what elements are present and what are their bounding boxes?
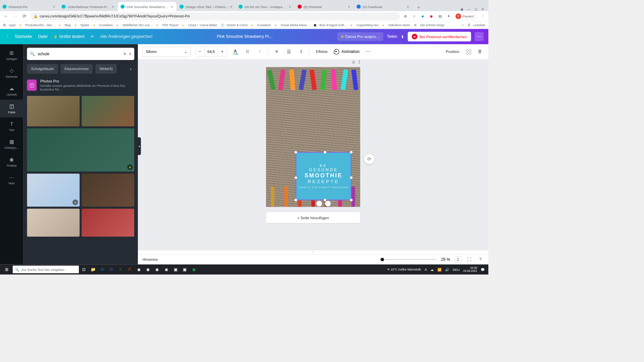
- back-home-button[interactable]: 〈: [5, 34, 9, 39]
- zoom-icon[interactable]: ⊕: [403, 14, 408, 19]
- tab-1[interactable]: Ockerfarbener Pinterest-Pin Re…×: [59, 2, 117, 11]
- trial-button[interactable]: ♛ Canva Pro auspro…: [337, 32, 383, 41]
- menu-icon[interactable]: ⋮: [480, 14, 485, 19]
- close-window-icon[interactable]: ✕: [481, 7, 484, 11]
- increase-size-button[interactable]: +: [218, 47, 227, 57]
- photo-result[interactable]: [82, 209, 134, 237]
- mail-icon[interactable]: ✉: [98, 265, 106, 274]
- word-icon[interactable]: W: [107, 265, 115, 274]
- hints-button[interactable]: Hinweise: [143, 257, 158, 261]
- close-icon[interactable]: ×: [288, 5, 292, 9]
- download-button[interactable]: ⬇: [401, 34, 404, 39]
- add-page-button[interactable]: + Seite hinzufügen: [266, 212, 360, 223]
- search-box[interactable]: 🔍 ✕ ≡: [27, 48, 134, 60]
- bookmark-item[interactable]: ▸Produktsuche - Mer…: [20, 23, 55, 27]
- puzzle-icon[interactable]: ✦: [446, 14, 451, 19]
- photo-result[interactable]: [82, 96, 134, 126]
- page-options-icon[interactable]: ⤴: [358, 60, 360, 65]
- excel-icon[interactable]: X: [116, 265, 124, 274]
- bookmark-item[interactable]: B100 schöne Dinge: [414, 23, 444, 27]
- taskbar-search[interactable]: 🔍Zur Suche Text hier eingeben: [13, 265, 79, 273]
- url-input[interactable]: 🔒 canva.com/design/DAEhcC7Bpww/xvINkBRxT…: [31, 12, 400, 20]
- rotate-handle[interactable]: ⟳: [316, 200, 322, 206]
- font-size-input[interactable]: [204, 47, 218, 57]
- font-select[interactable]: Sifonn⌄: [143, 47, 191, 57]
- task-view-button[interactable]: ⊡: [80, 265, 88, 274]
- undo-button[interactable]: ↶: [91, 34, 94, 39]
- bookmark-item[interactable]: ▸Kursideen: [94, 23, 113, 27]
- close-icon[interactable]: ×: [229, 5, 233, 9]
- text-color-button[interactable]: A: [231, 48, 239, 56]
- clear-icon[interactable]: ✕: [123, 52, 126, 56]
- rail-more[interactable]: ⋯Mehr: [0, 171, 23, 188]
- document-title[interactable]: Pink Smoothie Strawberry Pi…: [217, 34, 273, 39]
- weather-widget[interactable]: ☀ 10°C Gelbe Warnstufe: [387, 267, 421, 271]
- filter-icon[interactable]: ≡: [129, 52, 131, 56]
- clock[interactable]: 10:3015.06.2021: [463, 266, 477, 273]
- tab-5[interactable]: (8) Pinterest×: [295, 2, 354, 11]
- ext-icon-1[interactable]: ◈: [420, 14, 425, 19]
- language-indicator[interactable]: DEU: [452, 267, 460, 271]
- start-button[interactable]: ⊞: [2, 265, 12, 273]
- reading-list[interactable]: ☰Leseliste: [468, 23, 485, 27]
- spotify-icon[interactable]: ◉: [190, 265, 198, 274]
- star-icon[interactable]: ☆: [412, 14, 417, 19]
- design-page[interactable]: BE GESUNDE SMOOTHIE REZEPTE SCHRITT FÜR …: [266, 67, 360, 207]
- tab-6[interactable]: (4) Facebook×: [354, 2, 413, 11]
- file-menu[interactable]: Datei: [38, 34, 47, 39]
- more-options[interactable]: ⋯: [364, 48, 372, 56]
- delete-button[interactable]: 🗑: [476, 48, 484, 56]
- rail-background[interactable]: ▦Hintergru…: [0, 135, 23, 153]
- rail-photos[interactable]: ◫Fotos: [0, 100, 23, 117]
- search-input[interactable]: [38, 52, 120, 56]
- app-icon[interactable]: ▣: [171, 265, 179, 274]
- italic-button[interactable]: I: [256, 48, 264, 56]
- account-icon[interactable]: ◉: [461, 7, 463, 11]
- bookmark-item[interactable]: ◼Bois d'Argent Duft…: [314, 23, 347, 27]
- apps-button[interactable]: ⊞Apps: [3, 23, 15, 27]
- more-menu[interactable]: ⋯: [475, 32, 484, 41]
- list-button[interactable]: ☰: [285, 48, 293, 56]
- bookmark-item[interactable]: ▸Social Media Mana…: [275, 23, 310, 27]
- wifi-icon[interactable]: 📶: [437, 267, 441, 271]
- notifications-icon[interactable]: 💬: [481, 267, 485, 271]
- bookmark-item[interactable]: ▸Später: [75, 23, 89, 27]
- fullscreen-button[interactable]: ⛶: [466, 256, 473, 263]
- rail-uploads[interactable]: ☁Uploads: [0, 82, 23, 100]
- align-button[interactable]: ≡: [273, 48, 281, 56]
- rail-templates[interactable]: ⊞Vorlagen: [0, 46, 23, 64]
- bold-button[interactable]: B: [244, 48, 251, 56]
- bookmark-item[interactable]: ▸Copywriting neu: [351, 23, 378, 27]
- zoom-slider[interactable]: [380, 259, 436, 260]
- bookmark-item[interactable]: ▸Wahlfächer WU Aus…: [117, 23, 153, 27]
- powerpoint-icon[interactable]: P: [126, 265, 134, 274]
- bookmark-item[interactable]: ▸Blog: [59, 23, 71, 27]
- tab-3[interactable]: Design ohne Titel – Pinterest Pin×: [177, 2, 235, 11]
- bookmark-item[interactable]: ▸Videokurs Ideen: [383, 23, 410, 27]
- app-icon[interactable]: ◉: [135, 265, 143, 274]
- maximize-icon[interactable]: ◻: [475, 7, 477, 11]
- rail-elements[interactable]: ◇Elemente: [0, 64, 23, 82]
- collapse-panel-button[interactable]: ◂: [137, 137, 141, 155]
- minimize-icon[interactable]: —: [467, 7, 471, 11]
- tab-0[interactable]: Pinterest-Pin×: [0, 2, 58, 11]
- photo-result[interactable]: [27, 96, 79, 126]
- tab-2[interactable]: Pink Smoothie Strawberry Pinte…×: [118, 2, 176, 11]
- close-icon[interactable]: ×: [406, 5, 410, 9]
- bookmark-item[interactable]: ◫Dinner & Crime: [221, 23, 248, 27]
- help-button[interactable]: ?: [477, 256, 484, 263]
- volume-icon[interactable]: 🔊: [445, 267, 449, 271]
- refresh-variant-button[interactable]: ⟳: [364, 154, 374, 164]
- ext-icon-3[interactable]: ▤: [437, 14, 442, 19]
- reload-button[interactable]: ⟳: [21, 13, 28, 19]
- spacing-button[interactable]: ⫴: [297, 48, 305, 56]
- duplicate-page-icon[interactable]: ⎘: [353, 60, 355, 65]
- edge-icon[interactable]: ◉: [162, 265, 170, 274]
- photos-pro-promo[interactable]: ◫ Photos Pro Schalte unsere gesamte Bibl…: [27, 79, 134, 91]
- photo-result[interactable]: ♛: [27, 174, 79, 207]
- transparency-button[interactable]: [466, 49, 472, 55]
- animation-button[interactable]: Animation: [334, 49, 360, 55]
- photo-result[interactable]: [82, 174, 134, 207]
- bookmark-overflow[interactable]: »: [462, 23, 464, 27]
- selected-text-element[interactable]: BE GESUNDE SMOOTHIE REZEPTE SCHRITT FÜR …: [296, 152, 352, 200]
